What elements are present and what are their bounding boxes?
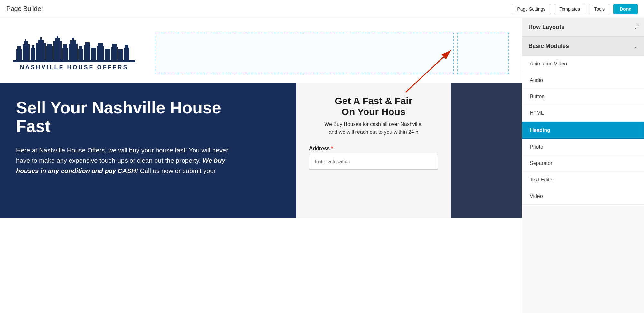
svg-rect-28 xyxy=(111,47,118,61)
hero-left: Sell Your Nashville House Fast Here at N… xyxy=(0,83,245,218)
svg-rect-6 xyxy=(32,45,34,48)
svg-rect-7 xyxy=(36,43,46,61)
svg-rect-12 xyxy=(53,41,62,61)
svg-rect-31 xyxy=(124,48,129,61)
basic-modules-header[interactable]: Basic Modules ⌄ xyxy=(522,37,644,56)
address-input[interactable] xyxy=(309,154,438,170)
svg-rect-5 xyxy=(31,48,35,61)
brand-name: NASHVILLE HOUSE OFFERS xyxy=(20,64,128,71)
svg-rect-0 xyxy=(16,49,22,61)
hero-section: Sell Your Nashville House Fast Here at N… xyxy=(0,83,522,218)
module-item-animation-video[interactable]: Animation Video xyxy=(522,56,644,72)
module-item-text-editor[interactable]: Text Editor xyxy=(522,172,644,188)
canvas-area: NASHVILLE HOUSE OFFERS xyxy=(0,18,522,313)
svg-rect-24 xyxy=(91,48,96,61)
column-placeholder-2[interactable] xyxy=(457,33,509,74)
address-label: Address * xyxy=(309,146,438,152)
module-item-video[interactable]: Video xyxy=(522,188,644,205)
svg-rect-11 xyxy=(47,44,52,47)
right-panel: × Row Layouts ⌄ Basic Modules ⌄ Animatio… xyxy=(522,18,644,313)
form-card-title: Get A Fast & Fair On Your Hous xyxy=(309,95,438,117)
panel-section-row-layouts: Row Layouts ⌄ xyxy=(522,18,644,37)
svg-rect-30 xyxy=(118,49,123,61)
svg-rect-22 xyxy=(84,45,90,61)
svg-rect-20 xyxy=(78,49,83,61)
svg-rect-3 xyxy=(24,41,28,45)
module-list: Animation VideoAudioButtonHTMLHeadingPho… xyxy=(522,56,644,205)
panel-close-button[interactable]: × xyxy=(636,22,639,28)
svg-rect-17 xyxy=(69,44,78,61)
svg-rect-21 xyxy=(79,46,82,49)
logo-area: NASHVILLE HOUSE OFFERS xyxy=(13,30,135,71)
top-bar-actions: Page Settings Templates Tools Done xyxy=(512,4,638,14)
done-button[interactable]: Done xyxy=(613,4,638,14)
module-item-heading[interactable]: Heading xyxy=(522,122,644,139)
module-item-photo[interactable]: Photo xyxy=(522,139,644,155)
required-star: * xyxy=(331,146,333,152)
svg-rect-26 xyxy=(98,43,103,47)
module-item-audio[interactable]: Audio xyxy=(522,72,644,89)
page-title: Page Builder xyxy=(6,5,43,13)
svg-rect-2 xyxy=(23,44,30,61)
svg-rect-25 xyxy=(97,46,104,61)
templates-button[interactable]: Templates xyxy=(554,4,586,14)
column-placeholders xyxy=(155,33,509,74)
svg-rect-1 xyxy=(17,46,21,50)
module-item-separator[interactable]: Separator xyxy=(522,155,644,172)
svg-rect-19 xyxy=(72,38,74,41)
row-layouts-header[interactable]: Row Layouts ⌄ xyxy=(522,18,644,37)
svg-rect-33 xyxy=(13,60,135,62)
logo-skyline-icon xyxy=(13,30,135,62)
svg-rect-10 xyxy=(46,46,53,61)
svg-rect-14 xyxy=(57,36,58,39)
basic-modules-label: Basic Modules xyxy=(528,43,569,50)
form-card: Get A Fast & Fair On Your Hous We Buy Ho… xyxy=(296,83,451,218)
page-content: NASHVILLE HOUSE OFFERS xyxy=(0,18,522,313)
top-bar: Page Builder Page Settings Templates Too… xyxy=(0,0,644,18)
hero-title: Sell Your Nashville House Fast xyxy=(16,99,229,135)
svg-rect-9 xyxy=(40,37,42,40)
form-card-subtitle: We Buy Houses for cash all over Nashvill… xyxy=(309,121,438,136)
page-settings-button[interactable]: Page Settings xyxy=(512,4,551,14)
svg-rect-4 xyxy=(25,39,26,42)
svg-rect-16 xyxy=(63,44,67,48)
module-item-html[interactable]: HTML xyxy=(522,105,644,122)
site-header: NASHVILLE HOUSE OFFERS xyxy=(0,18,522,83)
hero-body: Here at Nashville House Offers, we will … xyxy=(16,145,229,176)
module-item-button[interactable]: Button xyxy=(522,89,644,105)
svg-rect-27 xyxy=(105,49,110,61)
tools-button[interactable]: Tools xyxy=(589,4,610,14)
svg-rect-29 xyxy=(112,44,117,47)
row-layouts-label: Row Layouts xyxy=(528,24,564,31)
svg-rect-15 xyxy=(62,48,68,61)
panel-section-basic-modules: Basic Modules ⌄ Animation VideoAudioButt… xyxy=(522,37,644,205)
main-layout: NASHVILLE HOUSE OFFERS xyxy=(0,18,644,313)
svg-rect-23 xyxy=(85,42,90,46)
svg-rect-32 xyxy=(125,45,128,48)
basic-modules-chevron-icon: ⌄ xyxy=(634,44,638,49)
column-placeholder-1[interactable] xyxy=(155,33,454,74)
